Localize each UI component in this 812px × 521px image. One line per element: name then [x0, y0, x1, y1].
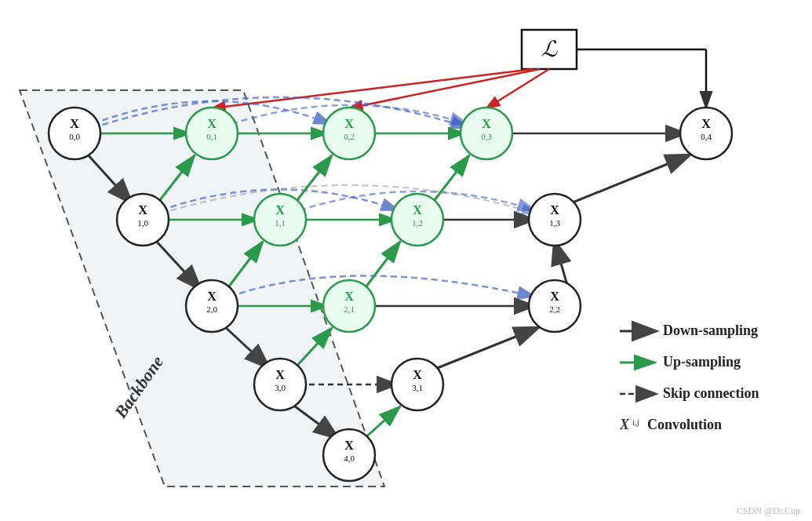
svg-line-18	[569, 155, 689, 204]
svg-text:Skip connection: Skip connection	[663, 385, 759, 401]
svg-text:Down-sampling: Down-sampling	[663, 322, 758, 338]
svg-text:X: X	[482, 117, 491, 130]
svg-text:2,0: 2,0	[206, 304, 217, 314]
svg-text:X: X	[344, 290, 354, 303]
svg-text:0,3: 0,3	[481, 132, 492, 141]
svg-text:X: X	[550, 290, 559, 303]
svg-text:3,1: 3,1	[412, 383, 423, 392]
svg-line-17	[431, 155, 469, 204]
legend-skip-connection: Skip connection	[620, 385, 759, 401]
svg-text:0,4: 0,4	[701, 132, 712, 141]
svg-text:X: X	[619, 417, 630, 432]
svg-text:X: X	[413, 203, 422, 217]
svg-text:2,1: 2,1	[344, 304, 355, 314]
svg-text:Convolution: Convolution	[647, 417, 722, 432]
svg-text:X: X	[275, 368, 285, 381]
svg-text:1,1: 1,1	[275, 218, 286, 228]
svg-text:i,j: i,j	[632, 417, 639, 427]
svg-line-23	[435, 328, 537, 369]
svg-text:4,0: 4,0	[344, 454, 355, 463]
svg-text:X: X	[550, 203, 559, 217]
svg-line-7	[486, 69, 549, 108]
svg-line-24	[363, 406, 400, 439]
svg-text:X: X	[344, 117, 354, 130]
svg-text:0,0: 0,0	[69, 132, 80, 141]
svg-text:X: X	[207, 117, 217, 130]
svg-text:X: X	[207, 290, 217, 303]
loss-label: ℒ	[541, 37, 558, 61]
svg-line-5	[212, 69, 533, 108]
svg-line-20	[363, 242, 400, 290]
svg-text:3,0: 3,0	[275, 383, 286, 392]
svg-text:X: X	[70, 117, 79, 130]
legend-down-sampling: Down-sampling	[620, 322, 758, 338]
svg-text:X: X	[701, 117, 711, 130]
svg-text:Up-sampling: Up-sampling	[663, 354, 741, 370]
svg-text:2,2: 2,2	[549, 304, 560, 314]
svg-text:X: X	[344, 439, 354, 452]
legend-up-sampling: Up-sampling	[620, 354, 741, 370]
svg-line-16	[294, 155, 332, 204]
svg-text:1,0: 1,0	[137, 218, 148, 228]
svg-text:X: X	[138, 203, 147, 217]
svg-text:0,1: 0,1	[206, 132, 217, 141]
legend-convolution: X i,j Convolution	[619, 417, 722, 432]
svg-text:1,2: 1,2	[412, 218, 423, 228]
svg-text:1,3: 1,3	[549, 218, 560, 228]
watermark: CSDN @Dr.Cup	[737, 505, 800, 516]
svg-text:X: X	[413, 368, 422, 381]
svg-text:0,2: 0,2	[344, 132, 355, 141]
svg-text:X: X	[275, 203, 285, 217]
